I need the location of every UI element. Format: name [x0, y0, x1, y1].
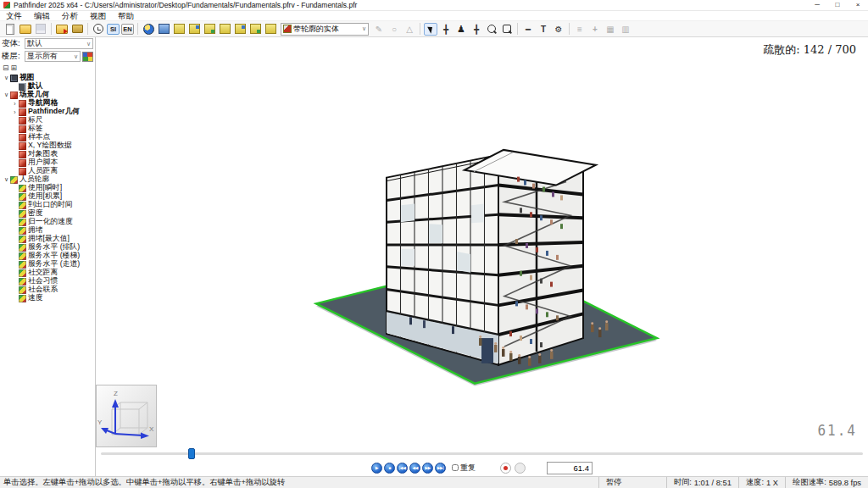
en-units-button[interactable]: EN — [121, 24, 134, 35]
toolbar-separator — [137, 23, 138, 35]
tree-item[interactable]: 标尺 — [0, 116, 95, 125]
statusbar-fps: 绘图速率:589.8 fps — [785, 477, 868, 488]
axis-gizmo[interactable]: Z Y X — [96, 385, 157, 447]
select-tool-icon[interactable] — [424, 23, 437, 36]
contour-icon — [19, 244, 26, 252]
playback-controls: ▶■|◀◀◀◀▶▶▶▶| 重复 — [96, 448, 868, 476]
colorbar-icon[interactable]: △ — [403, 23, 416, 36]
time-input[interactable] — [547, 462, 593, 474]
text-tool-icon[interactable]: T — [537, 23, 550, 36]
skip-start-button[interactable]: |◀◀ — [397, 463, 408, 474]
geom-icon — [19, 159, 26, 167]
floor-view-4-icon[interactable] — [218, 23, 231, 36]
geom-icon — [19, 151, 26, 158]
film-strip-icon[interactable]: ▥ — [619, 23, 632, 36]
expand-all-button[interactable]: ⊞ — [11, 64, 18, 72]
geom-icon — [19, 134, 26, 141]
contour-icon — [19, 269, 26, 277]
tree-item[interactable]: 社会联系 — [0, 286, 95, 294]
maximize-button[interactable]: □ — [827, 0, 848, 10]
edit-contour-icon[interactable]: ✎ — [372, 23, 386, 36]
export-icon[interactable] — [70, 23, 84, 36]
menu-help[interactable]: 帮助 — [112, 11, 140, 21]
geom-icon — [19, 108, 26, 116]
close-button[interactable]: × — [848, 0, 868, 10]
geom-icon — [19, 125, 26, 133]
collapse-all-button[interactable]: ⊟ — [3, 64, 9, 72]
menu-view[interactable]: 视图 — [84, 11, 112, 21]
menu-file[interactable]: 文件 — [0, 11, 28, 21]
record-button[interactable] — [500, 463, 511, 474]
tree-expander-icon[interactable]: ∨ — [3, 75, 10, 81]
stop-record-button[interactable] — [515, 463, 526, 474]
contour-options-icon[interactable]: ○ — [387, 23, 401, 36]
viewport-column: 疏散的: 142 / 700 — [96, 37, 868, 476]
save-icon[interactable] — [34, 23, 47, 36]
measure-tool-icon[interactable]: ━ — [521, 23, 535, 36]
chevron-down-icon: ∨ — [74, 53, 78, 60]
contour-icon — [19, 193, 26, 201]
evacuated-counter: 疏散的: 142 / 700 — [763, 42, 856, 58]
reset-camera-icon[interactable] — [142, 23, 155, 36]
tree-expander-icon[interactable]: ∨ — [3, 92, 10, 98]
settings-gear-icon[interactable]: ⚙ — [552, 23, 565, 36]
contour-icon — [19, 295, 26, 302]
skip-end-button[interactable]: ▶▶| — [435, 463, 446, 474]
contour-icon — [19, 219, 26, 226]
import-results-icon[interactable] — [55, 23, 69, 36]
tree-expander-icon[interactable]: › — [11, 101, 19, 107]
new-file-icon[interactable] — [3, 23, 17, 36]
window-title: Pathfinder 2025 x64 - C:/Users/Administr… — [14, 1, 357, 9]
tree-expander-icon[interactable]: ∨ — [3, 176, 10, 183]
si-units-button[interactable]: SI — [107, 24, 120, 35]
orbit-tool-icon[interactable]: ╋ — [439, 23, 453, 36]
time-options-icon[interactable] — [92, 23, 105, 36]
menu-edit[interactable]: 编辑 — [28, 11, 56, 21]
tree-item[interactable]: 到出口的时间 — [0, 201, 95, 209]
zoom-box-tool-icon[interactable] — [500, 23, 514, 36]
floor-label: 楼层: — [2, 51, 25, 62]
tree-item[interactable]: ›Pathfinder几何 — [0, 108, 95, 116]
render-mode-select[interactable]: 带轮廓的实体∨ — [281, 23, 369, 36]
variant-select[interactable]: 默认 ∨ — [25, 38, 93, 49]
floor-view-6-icon[interactable] — [248, 23, 262, 36]
step-back-button[interactable]: ◀◀ — [409, 463, 420, 474]
play-button[interactable]: ▶ — [371, 463, 382, 474]
perspective-view-icon[interactable] — [157, 23, 170, 36]
repeat-checkbox[interactable] — [452, 464, 459, 471]
floor-select[interactable]: 显示所有 ∨ — [25, 51, 81, 62]
navigation-sidebar: 变体: 默认 ∨ 楼层: 显示所有 ∨ ⊟ ⊞ ∨视图默认∨场景几何›导航网格›… — [0, 37, 96, 476]
step-forward-button[interactable]: ▶▶ — [422, 463, 433, 474]
menu-analysis[interactable]: 分析 — [56, 11, 84, 21]
contour-icon — [19, 202, 26, 209]
tree-item[interactable]: 归一化的速度 — [0, 218, 95, 226]
zoom-tool-icon[interactable] — [485, 23, 498, 36]
open-file-icon[interactable] — [19, 23, 32, 36]
3d-viewport[interactable]: 疏散的: 142 / 700 — [96, 37, 868, 448]
tree-item[interactable]: 速度 — [0, 294, 95, 302]
chevron-down-icon: ∨ — [86, 41, 91, 47]
pan-tool-icon[interactable]: ╋ — [470, 23, 483, 36]
stop-button[interactable]: ■ — [384, 463, 395, 474]
floor-settings-button[interactable] — [82, 52, 93, 62]
layout-icon[interactable]: ▦ — [604, 23, 617, 36]
results-tree: ∨视图默认∨场景几何›导航网格›Pathfinder几何标尺标签样本点X, Y绘… — [0, 73, 95, 476]
timeline-track[interactable] — [101, 452, 863, 455]
contour-icon — [19, 286, 26, 294]
tree-item[interactable]: ∨视图 — [0, 74, 95, 82]
agent-tool-icon[interactable]: ♟ — [454, 23, 468, 36]
add-view-icon[interactable]: + — [588, 23, 602, 36]
titlebar: Pathfinder 2025 x64 - C:/Users/Administr… — [0, 0, 868, 11]
toolbar-separator — [569, 23, 570, 35]
floor-view-1-icon[interactable] — [172, 23, 186, 36]
object-list-icon[interactable]: ≡ — [573, 23, 587, 36]
timeline-handle[interactable] — [188, 448, 195, 459]
axis-y-label: Y — [97, 419, 103, 426]
tree-expander-icon[interactable]: › — [11, 109, 19, 115]
floor-view-2-icon[interactable] — [187, 23, 201, 36]
toolbar-separator — [51, 23, 52, 35]
floor-view-3-icon[interactable] — [203, 23, 216, 36]
minimize-button[interactable]: ─ — [807, 0, 827, 10]
floor-view-5-icon[interactable] — [233, 23, 247, 36]
floor-view-7-icon[interactable] — [264, 23, 277, 36]
